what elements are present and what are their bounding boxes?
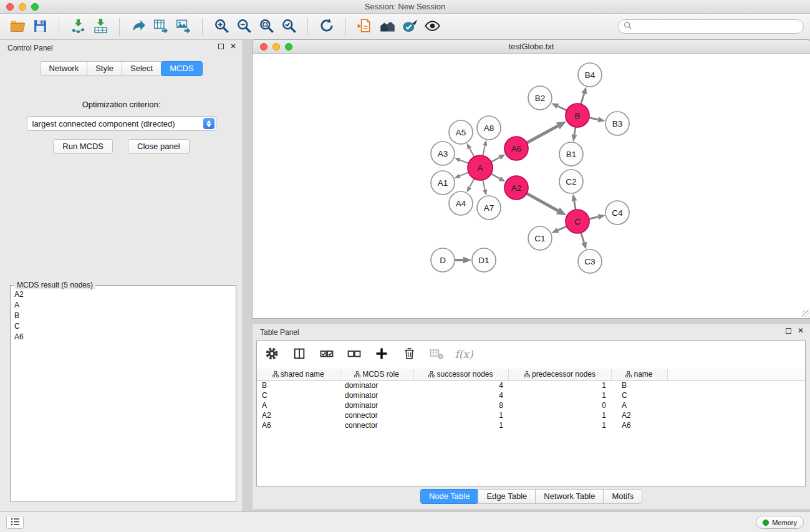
graph-edge-A-A6[interactable] xyxy=(491,154,506,162)
function-builder-button[interactable]: f(x) xyxy=(455,346,473,363)
tab-node-table[interactable]: Node Table xyxy=(420,489,479,504)
column-header-predecessor-nodes[interactable]: predecessor nodes xyxy=(508,369,611,380)
graph-node-A7[interactable]: A7 xyxy=(477,196,501,220)
graph-node-A4[interactable]: A4 xyxy=(449,191,473,215)
graph-edge-A-A1[interactable] xyxy=(455,172,469,178)
graph-node-C3[interactable]: C3 xyxy=(578,249,602,273)
show-columns-button[interactable] xyxy=(291,346,308,363)
destroy-table-button[interactable] xyxy=(428,346,445,363)
home-button[interactable] xyxy=(376,16,398,38)
table-cell[interactable]: B xyxy=(611,380,667,390)
tab-select[interactable]: Select xyxy=(122,61,162,76)
table-settings-button[interactable] xyxy=(263,346,281,363)
float-table-panel-icon[interactable] xyxy=(786,328,791,334)
mcds-result-item[interactable]: A2 xyxy=(12,289,234,300)
search-box[interactable] xyxy=(618,19,804,34)
float-panel-icon[interactable] xyxy=(218,44,224,49)
graph-edge-C-C4[interactable] xyxy=(589,214,605,220)
zoom-fit-button[interactable] xyxy=(255,16,277,38)
open-session-button[interactable] xyxy=(354,16,376,38)
graph-edge-A-A4[interactable] xyxy=(467,179,475,193)
graph-edge-A6-B[interactable] xyxy=(527,122,567,143)
network-canvas[interactable]: B4B2BB3A5A8A6B1A3AC2A1A2A4A7C4CC1C3DD1 xyxy=(253,54,810,318)
table-cell[interactable]: A xyxy=(257,400,340,410)
table-cell[interactable]: 1 xyxy=(413,420,508,430)
show-graphics-details-button[interactable] xyxy=(421,16,443,38)
import-table-button[interactable] xyxy=(89,16,112,38)
table-cell[interactable]: 1 xyxy=(508,390,611,400)
mcds-result-item[interactable]: A6 xyxy=(12,332,234,342)
graph-node-D[interactable]: D xyxy=(431,248,455,272)
zoom-in-button[interactable] xyxy=(210,16,233,38)
table-cell[interactable]: C xyxy=(611,390,667,400)
graph-node-D1[interactable]: D1 xyxy=(472,248,496,272)
table-cell[interactable]: 4 xyxy=(413,380,508,390)
tab-mcds[interactable]: MCDS xyxy=(161,61,202,76)
graph-node-A5[interactable]: A5 xyxy=(449,120,473,144)
network-graph[interactable]: B4B2BB3A5A8A6B1A3AC2A1A2A4A7C4CC1C3DD1 xyxy=(253,54,810,318)
graph-edge-A-A3[interactable] xyxy=(455,158,469,163)
resize-handle[interactable] xyxy=(802,310,809,317)
table-cell[interactable]: 4 xyxy=(413,390,508,400)
tab-network-table[interactable]: Network Table xyxy=(535,489,604,504)
zoom-selected-button[interactable] xyxy=(277,16,300,38)
table-cell[interactable]: 1 xyxy=(508,410,611,420)
refresh-button[interactable] xyxy=(316,16,338,38)
open-button[interactable] xyxy=(6,16,29,38)
column-header-shared-name[interactable]: shared name xyxy=(257,369,340,380)
table-cell[interactable]: dominator xyxy=(340,380,413,390)
criterion-select[interactable]: largest connected component (directed) xyxy=(27,116,216,131)
graph-node-B2[interactable]: B2 xyxy=(528,86,552,110)
graph-edge-B-B4[interactable] xyxy=(581,87,587,104)
graph-edge-C-C1[interactable] xyxy=(551,226,566,233)
table-cell[interactable]: A6 xyxy=(257,420,340,430)
graph-edge-C-C2[interactable] xyxy=(571,194,577,210)
graph-edge-B-B1[interactable] xyxy=(571,127,577,142)
graph-edge-D-D1[interactable] xyxy=(455,257,471,264)
table-cell[interactable]: 1 xyxy=(508,380,611,390)
graph-edge-A-A2[interactable] xyxy=(491,174,506,182)
graph-edge-B-B3[interactable] xyxy=(589,117,605,122)
graph-node-C1[interactable]: C1 xyxy=(528,226,552,250)
graph-node-B3[interactable]: B3 xyxy=(605,112,629,135)
graph-node-A3[interactable]: A3 xyxy=(431,142,455,165)
import-network-button[interactable] xyxy=(67,16,89,38)
table-row[interactable]: Cdominator41C xyxy=(257,390,805,400)
graph-node-B4[interactable]: B4 xyxy=(578,63,602,87)
table-cell[interactable]: dominator xyxy=(340,390,413,400)
memory-button[interactable]: Memory xyxy=(756,516,804,529)
graph-node-A2[interactable]: A2 xyxy=(504,176,528,200)
column-header-successor-nodes[interactable]: successor nodes xyxy=(413,369,508,380)
export-image-button[interactable] xyxy=(172,16,195,38)
table-cell[interactable]: A xyxy=(611,400,667,410)
mcds-result-item[interactable]: A xyxy=(12,300,234,311)
table-cell[interactable]: A6 xyxy=(611,420,667,430)
graph-edge-B-B2[interactable] xyxy=(551,103,567,110)
graph-edge-A2-C[interactable] xyxy=(527,193,567,215)
table-cell[interactable]: connector xyxy=(340,420,413,430)
select-all-button[interactable] xyxy=(318,346,335,363)
export-network-button[interactable] xyxy=(127,16,150,38)
graph-node-A8[interactable]: A8 xyxy=(477,116,501,140)
mcds-result-item[interactable]: B xyxy=(12,311,234,321)
tab-motifs[interactable]: Motifs xyxy=(603,489,642,504)
save-button[interactable] xyxy=(29,16,51,38)
graph-node-C[interactable]: C xyxy=(566,210,589,233)
table-cell[interactable]: B xyxy=(257,380,340,390)
search-input[interactable] xyxy=(632,22,798,31)
table-row[interactable]: A6connector11A6 xyxy=(257,420,805,430)
column-header-mcds-role[interactable]: MCDS role xyxy=(340,369,413,380)
node-table-scroll[interactable]: shared nameMCDS rolesuccessor nodesprede… xyxy=(257,369,805,486)
table-cell[interactable]: A2 xyxy=(257,410,340,420)
close-panel-button[interactable]: Close panel xyxy=(128,139,190,154)
table-cell[interactable]: dominator xyxy=(340,400,413,410)
mcds-result-item[interactable]: C xyxy=(12,321,234,332)
network-window-titlebar[interactable]: testGlobe.txt xyxy=(253,40,810,54)
graph-edge-A-A8[interactable] xyxy=(483,140,487,156)
zoom-out-button[interactable] xyxy=(233,16,255,38)
graph-node-A[interactable]: A xyxy=(468,155,493,180)
graph-node-A1[interactable]: A1 xyxy=(431,171,455,195)
table-row[interactable]: A2connector11A2 xyxy=(257,410,805,420)
apply-style-button[interactable] xyxy=(398,16,421,38)
export-table-button[interactable] xyxy=(150,16,172,38)
